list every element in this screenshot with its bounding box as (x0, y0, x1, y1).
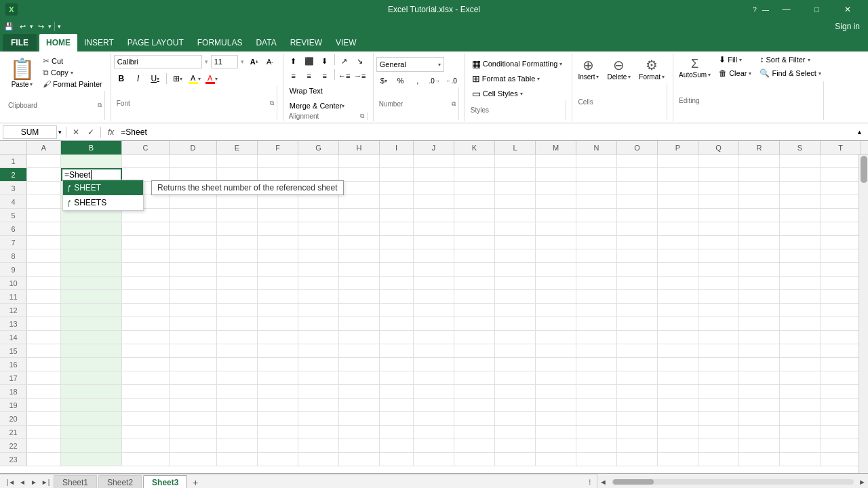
fill-color-button[interactable]: A ▾ (187, 71, 202, 86)
cell-K8[interactable] (454, 249, 495, 262)
cell-H11[interactable] (339, 290, 380, 303)
copy-button[interactable]: ⧉ Copy ▾ (40, 67, 105, 78)
cell-N12[interactable] (576, 304, 617, 317)
cell-N17[interactable] (576, 371, 617, 384)
cell-L7[interactable] (495, 236, 536, 249)
cell-C20[interactable] (122, 412, 170, 425)
underline-button[interactable]: U▾ (148, 71, 163, 86)
cell-O11[interactable] (617, 290, 658, 303)
cell-C22[interactable] (122, 439, 170, 452)
cell-K14[interactable] (454, 331, 495, 344)
row-number-15[interactable]: 15 (0, 344, 27, 357)
row-number-10[interactable]: 10 (0, 277, 27, 289)
cell-J21[interactable] (414, 426, 454, 439)
number-expand-icon[interactable]: ⧉ (452, 100, 456, 108)
align-right-button[interactable]: ≡ (317, 69, 332, 83)
cell-P23[interactable] (658, 453, 698, 466)
cell-R3[interactable] (739, 182, 780, 195)
cell-B14[interactable] (61, 331, 122, 344)
cell-B17[interactable] (61, 371, 122, 384)
cell-B9[interactable] (61, 263, 122, 276)
cell-F8[interactable] (258, 249, 298, 262)
cell-H17[interactable] (339, 371, 380, 384)
cell-P11[interactable] (658, 290, 698, 303)
cell-K2[interactable] (454, 168, 495, 181)
cell-J11[interactable] (414, 290, 454, 303)
cell-R1[interactable] (739, 155, 780, 167)
cell-L4[interactable] (495, 195, 536, 208)
cell-R14[interactable] (739, 331, 780, 344)
cell-K13[interactable] (454, 317, 495, 330)
cell-J7[interactable] (414, 236, 454, 249)
cell-O17[interactable] (617, 371, 658, 384)
cell-M19[interactable] (536, 399, 576, 411)
cell-R12[interactable] (739, 304, 780, 317)
cell-J4[interactable] (414, 195, 454, 208)
cell-Q19[interactable] (698, 399, 739, 411)
cell-E7[interactable] (217, 236, 258, 249)
cell-G20[interactable] (298, 412, 339, 425)
cell-G8[interactable] (298, 249, 339, 262)
col-header-O[interactable]: O (617, 141, 658, 155)
cell-M3[interactable] (536, 182, 576, 195)
cell-styles-button[interactable]: ▭ Cell Styles ▾ (468, 87, 567, 100)
cell-Q11[interactable] (698, 290, 739, 303)
cell-O2[interactable] (617, 168, 658, 181)
cell-B12[interactable] (61, 304, 122, 317)
cell-J17[interactable] (414, 371, 454, 384)
cell-P12[interactable] (658, 304, 698, 317)
cell-R10[interactable] (739, 277, 780, 289)
cell-R16[interactable] (739, 358, 780, 371)
cell-H5[interactable] (339, 209, 380, 222)
cell-E19[interactable] (217, 399, 258, 411)
cell-F10[interactable] (258, 277, 298, 289)
cell-G17[interactable] (298, 371, 339, 384)
cell-I12[interactable] (380, 304, 414, 317)
col-header-S[interactable]: S (780, 141, 821, 155)
cell-R20[interactable] (739, 412, 780, 425)
cell-D16[interactable] (170, 358, 217, 371)
cell-T14[interactable] (821, 331, 861, 344)
cell-T23[interactable] (821, 453, 861, 466)
h-scroll-right-button[interactable]: ► (856, 478, 868, 486)
cell-F9[interactable] (258, 263, 298, 276)
cell-P14[interactable] (658, 331, 698, 344)
formula-confirm-button[interactable]: ✓ (84, 125, 98, 139)
formula-cancel-button[interactable]: ✕ (69, 125, 83, 139)
comma-button[interactable]: , (410, 74, 425, 87)
cell-I23[interactable] (380, 453, 414, 466)
cell-N9[interactable] (576, 263, 617, 276)
merge-center-button[interactable]: Merge & Center ▾ (286, 99, 349, 113)
cell-N19[interactable] (576, 399, 617, 411)
cell-S8[interactable] (780, 249, 821, 262)
row-number-18[interactable]: 18 (0, 385, 27, 398)
cell-T7[interactable] (821, 236, 861, 249)
cell-Q13[interactable] (698, 317, 739, 330)
cell-F20[interactable] (258, 412, 298, 425)
cell-T22[interactable] (821, 439, 861, 452)
tab-home[interactable]: HOME (39, 34, 77, 52)
cell-O4[interactable] (617, 195, 658, 208)
cell-M9[interactable] (536, 263, 576, 276)
cell-L12[interactable] (495, 304, 536, 317)
cell-B15[interactable] (61, 344, 122, 357)
fill-button[interactable]: ⬇ Fill ▾ (716, 54, 754, 65)
cell-R6[interactable] (739, 222, 780, 235)
cell-E16[interactable] (217, 358, 258, 371)
cell-O23[interactable] (617, 453, 658, 466)
cell-M16[interactable] (536, 358, 576, 371)
cell-H13[interactable] (339, 317, 380, 330)
cell-E6[interactable] (217, 222, 258, 235)
cell-L17[interactable] (495, 371, 536, 384)
cell-S23[interactable] (780, 453, 821, 466)
cell-E14[interactable] (217, 331, 258, 344)
cell-M12[interactable] (536, 304, 576, 317)
cell-E1[interactable] (217, 155, 258, 167)
align-middle-button[interactable]: ⬛ (302, 54, 317, 68)
cell-P1[interactable] (658, 155, 698, 167)
cell-S16[interactable] (780, 358, 821, 371)
font-size-input[interactable] (211, 55, 238, 68)
autosum-button[interactable]: Σ AutoSum ▾ (676, 54, 713, 81)
cell-H10[interactable] (339, 277, 380, 289)
row-number-22[interactable]: 22 (0, 439, 27, 452)
